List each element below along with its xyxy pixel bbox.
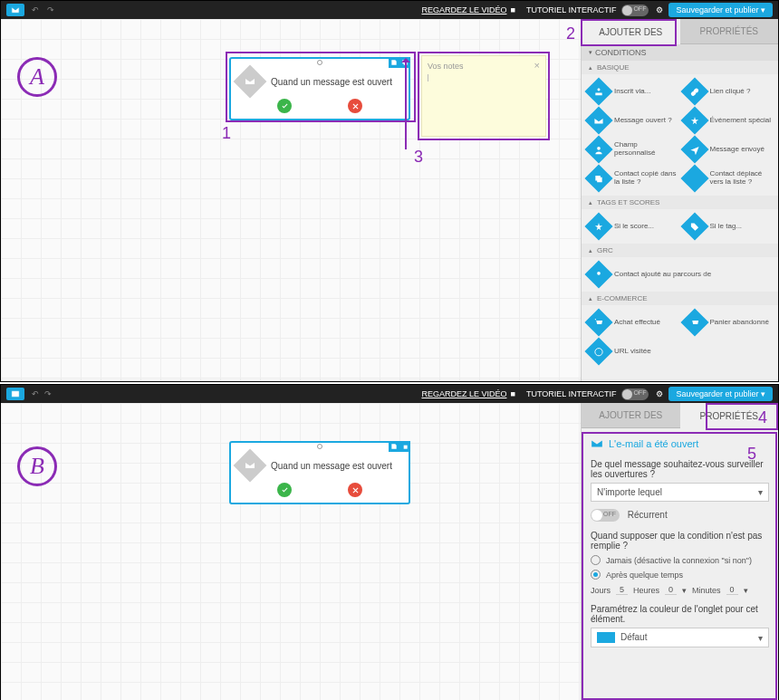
sidebar-sub-grc[interactable]: GRC [582, 244, 778, 257]
sidebar-sub-tags[interactable]: TAGS ET SCORES [582, 196, 778, 209]
cond-inscrit[interactable]: Inscrit via... [584, 77, 680, 106]
app-logo-icon[interactable] [6, 388, 24, 400]
video-icon: ■ [510, 5, 515, 14]
sidebar-add: AJOUTER DES PROPRIÉTÉS CONDITIONS BASIQU… [581, 19, 778, 381]
cond-champ[interactable]: Champ personnalisé [584, 135, 680, 164]
envelope-icon [234, 65, 267, 99]
cond-achat[interactable]: Achat effectué [584, 308, 680, 337]
workflow-node[interactable]: Quand un message est ouvert [229, 57, 410, 120]
highlight-2 [581, 19, 677, 46]
save-publish-button[interactable]: Sauvegarder et publier [668, 3, 773, 17]
undo-icon[interactable]: ↶ [32, 389, 39, 398]
redo-icon[interactable]: ↷ [47, 5, 54, 14]
cond-panier[interactable]: Panier abandonné [680, 308, 776, 337]
highlight-3 [418, 52, 550, 140]
tab-add[interactable]: AJOUTER DES [582, 403, 680, 428]
section-b: ↶↷ REGARDEZ LE VIDÉO ■ TUTORIEL INTERACT… [0, 384, 779, 700]
gear-icon[interactable]: ⚙ [656, 389, 663, 398]
annotation-5: 5 [747, 445, 756, 464]
cond-grc-contact[interactable]: Contact ajouté au parcours de [584, 260, 775, 289]
sidebar-sub-ecom[interactable]: E-COMMERCE [582, 292, 778, 305]
section-a: ↶ ↷ REGARDEZ LE VIDÉO ■ TUTORIEL INTERAC… [0, 0, 779, 382]
canvas-b[interactable]: B Quand un message est ouvert [1, 403, 778, 700]
tab-properties[interactable]: PROPRIÉTÉS [680, 19, 779, 44]
annotation-2: 2 [566, 24, 575, 43]
node-connector-top[interactable] [317, 444, 322, 449]
cond-msg-envoye[interactable]: Message envoyé [680, 135, 776, 164]
yes-connector[interactable] [277, 99, 292, 113]
tutorial-toggle[interactable] [621, 388, 649, 400]
cond-lien[interactable]: Lien cliqué ? [680, 77, 776, 106]
annotation-3: 3 [414, 148, 423, 167]
cond-evenement[interactable]: Événement spécial [680, 106, 776, 135]
yes-connector[interactable] [277, 483, 292, 497]
tutorial-toggle[interactable] [621, 5, 649, 16]
envelope-icon [234, 449, 267, 483]
watch-video-link[interactable]: REGARDEZ LE VIDÉO [421, 389, 506, 398]
video-icon: ■ [510, 389, 515, 398]
cond-copie[interactable]: Contact copié dans la liste ? [584, 164, 680, 193]
gear-icon[interactable]: ⚙ [656, 5, 663, 14]
topbar-b: ↶↷ REGARDEZ LE VIDÉO ■ TUTORIEL INTERACT… [1, 385, 778, 403]
undo-icon[interactable]: ↶ [32, 5, 39, 14]
svg-point-0 [595, 348, 602, 355]
annotation-badge-b: B [17, 446, 57, 486]
no-connector[interactable] [348, 99, 362, 113]
no-connector[interactable] [348, 483, 362, 497]
node-connector-top[interactable] [317, 60, 322, 65]
redo-icon[interactable]: ↷ [44, 389, 52, 398]
topbar: ↶ ↷ REGARDEZ LE VIDÉO ■ TUTORIEL INTERAC… [1, 1, 778, 19]
cond-tag[interactable]: Si le tag... [680, 212, 776, 241]
note-icon[interactable] [389, 441, 399, 452]
cond-url[interactable]: URL visitée [584, 337, 775, 366]
node-title: Quand un message est ouvert [271, 461, 392, 471]
cond-deplace[interactable]: Contact déplacé vers la liste ? [680, 164, 776, 193]
nav-arrows: ↶ ↷ [32, 5, 60, 14]
app-logo-icon[interactable] [6, 4, 24, 16]
highlight-4 [706, 403, 778, 430]
sidebar-sub-basic[interactable]: BASIQUE [582, 61, 778, 74]
watch-video-link[interactable]: REGARDEZ LE VIDÉO [421, 5, 506, 14]
annotation-4: 4 [758, 408, 767, 427]
canvas-a[interactable]: A 1 Quand un message est ouvert [1, 19, 778, 381]
workflow-node-b[interactable]: Quand un message est ouvert [229, 441, 410, 504]
note-icon[interactable] [389, 57, 399, 68]
copy-icon[interactable] [399, 441, 410, 452]
save-publish-button[interactable]: Sauvegarder et publier [668, 387, 773, 401]
items-basic: Inscrit via... Lien cliqué ? Message ouv… [582, 74, 778, 196]
sidebar-section-conditions[interactable]: CONDITIONS [582, 44, 778, 61]
tutorial-label: TUTORIEL INTERACTIF [526, 5, 617, 14]
cond-score[interactable]: Si le score... [584, 212, 680, 241]
annotation-1: 1 [222, 124, 231, 143]
annotation-arrow-3 [405, 59, 407, 149]
highlight-5 [582, 432, 777, 700]
node-title: Quand un message est ouvert [271, 77, 392, 87]
annotation-badge-a: A [17, 57, 57, 97]
cond-msg-ouvert[interactable]: Message ouvert ? [584, 106, 680, 135]
tutorial-label: TUTORIEL INTERACTIF [526, 389, 617, 398]
